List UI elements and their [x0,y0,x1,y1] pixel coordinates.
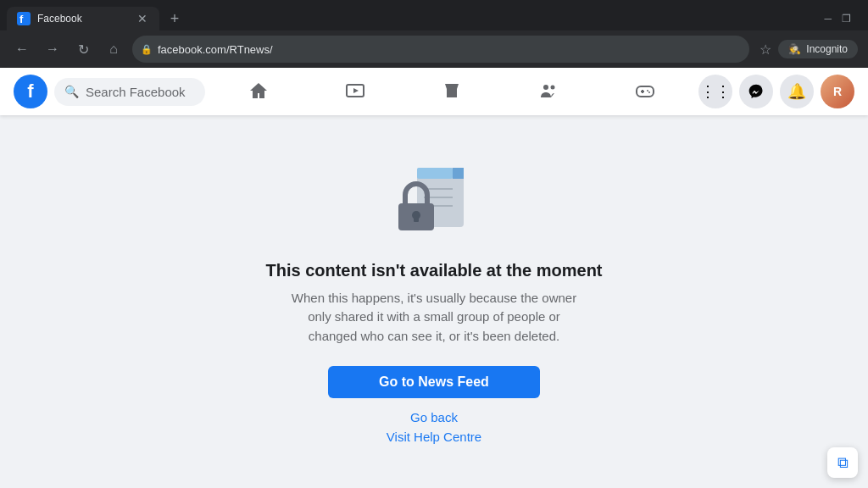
tab-bar: f Facebook ✕ + ─ ❐ [0,0,868,30]
error-svg [392,159,476,244]
apps-icon: ⋮⋮ [700,82,731,101]
main-content: This content isn't available at the mome… [0,115,868,488]
tab-title: Facebook [37,13,129,25]
nav-home-button[interactable] [212,71,305,112]
facebook-logo-text: f [27,80,33,103]
error-title: This content isn't available at the mome… [265,261,602,280]
svg-rect-21 [417,168,453,179]
address-bar-row: ← → ↻ ⌂ 🔒 ☆ 🕵 Incognito [0,30,868,68]
address-input[interactable] [132,36,749,63]
visit-help-centre-link[interactable]: Visit Help Centre [387,430,481,444]
watch-icon [345,80,365,101]
facebook-logo[interactable]: f [14,75,47,108]
popup-icon-button[interactable]: ⧉ [827,447,858,478]
minimize-button[interactable]: ─ [824,13,832,25]
bell-icon: 🔔 [787,82,806,101]
profile-avatar[interactable]: R [821,75,854,108]
active-tab[interactable]: f Facebook ✕ [7,7,159,30]
nav-gaming-button[interactable] [598,71,692,112]
svg-point-5 [551,85,555,89]
incognito-button[interactable]: 🕵 Incognito [778,40,858,58]
svg-rect-18 [414,215,419,222]
svg-text:f: f [19,13,24,25]
nav-right: ⋮⋮ 🔔 R [698,75,854,108]
apps-button[interactable]: ⋮⋮ [698,75,732,108]
messenger-icon [748,83,765,100]
incognito-label: Incognito [806,43,848,55]
svg-point-9 [647,90,648,92]
nav-center [212,71,692,112]
back-button[interactable]: ← [10,37,34,61]
nav-watch-button[interactable] [309,71,402,112]
marketplace-icon [442,80,462,101]
bookmark-icon[interactable]: ☆ [760,42,771,58]
nav-friends-button[interactable] [502,71,595,112]
facebook-navbar: f 🔍 [0,68,868,115]
address-bar-wrap: 🔒 [132,36,749,63]
new-tab-button[interactable]: + [163,7,186,30]
gaming-icon [635,80,655,101]
search-input[interactable] [86,85,195,99]
friends-icon [538,80,559,101]
forward-button[interactable]: → [41,37,64,61]
error-description: When this happens, it's usually because … [290,289,578,347]
go-to-news-feed-button[interactable]: Go to News Feed [328,366,540,398]
popup-icon: ⧉ [837,454,849,472]
messenger-button[interactable] [739,75,773,108]
search-bar[interactable]: 🔍 [54,78,205,106]
svg-point-10 [648,92,650,93]
home-button[interactable]: ⌂ [102,37,125,61]
window-controls: ─ ❐ [824,13,861,25]
error-card: This content isn't available at the mome… [248,125,619,479]
nav-marketplace-button[interactable] [405,71,498,112]
browser-chrome: f Facebook ✕ + ─ ❐ ← → ↻ ⌂ 🔒 ☆ 🕵 Incogni… [0,0,868,68]
error-illustration [392,159,476,244]
svg-point-4 [543,85,548,90]
svg-marker-20 [453,168,464,179]
notifications-button[interactable]: 🔔 [780,75,814,108]
tab-close-button[interactable]: ✕ [136,12,149,25]
search-icon: 🔍 [64,85,79,98]
home-icon [248,80,269,101]
tab-favicon: f [17,12,31,25]
reload-button[interactable]: ↻ [71,37,95,61]
incognito-icon: 🕵 [788,43,801,55]
svg-rect-6 [637,86,654,97]
svg-marker-3 [353,88,359,93]
lock-icon: 🔒 [141,44,153,55]
restore-button[interactable]: ❐ [842,13,851,25]
go-back-link[interactable]: Go back [410,410,458,424]
